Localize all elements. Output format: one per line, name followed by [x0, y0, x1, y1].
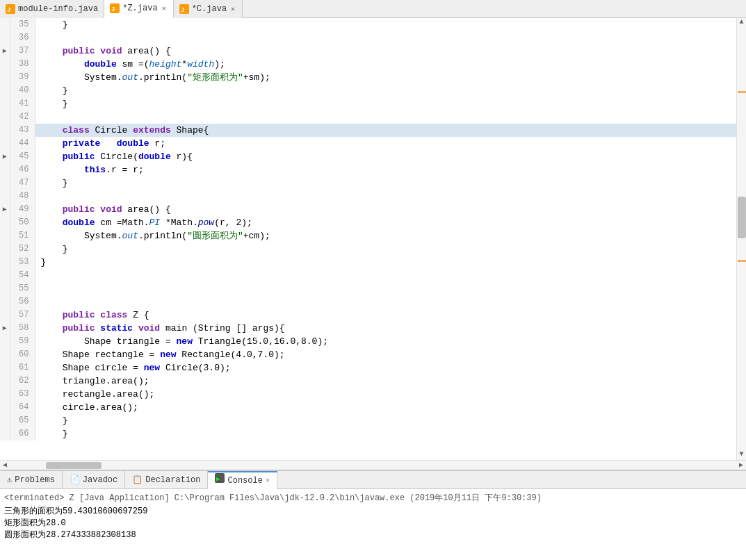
- console-content: <terminated> Z [Java Application] C:\Pro…: [0, 489, 746, 560]
- table-row: 61 Shape circle = new Circle(3.0);: [0, 361, 736, 374]
- line-code[interactable]: triangle.area();: [35, 374, 736, 388]
- line-code[interactable]: [35, 282, 736, 295]
- javadoc-icon: 📄: [70, 471, 80, 489]
- line-gutter: [0, 137, 10, 150]
- line-code[interactable]: [35, 110, 736, 124]
- line-code[interactable]: double cm =Math.PI *Math.pow(r, 2);: [35, 216, 736, 229]
- h-scroll-thumb[interactable]: [46, 462, 102, 469]
- line-number: 41: [10, 97, 35, 110]
- tab-module-info[interactable]: J module-info.java: [0, 0, 104, 18]
- code-container[interactable]: 35 }36▶37 public void area() {38 double …: [0, 18, 736, 460]
- table-row: 60 Shape rectangle = new Rectangle(4.0,7…: [0, 348, 736, 361]
- table-row: 66 }: [0, 427, 736, 440]
- line-gutter: ▶: [0, 44, 10, 58]
- line-code[interactable]: [35, 269, 736, 282]
- line-code[interactable]: [35, 295, 736, 308]
- bottom-tab-javadoc[interactable]: 📄 Javadoc: [63, 471, 125, 489]
- scroll-thumb[interactable]: [738, 197, 746, 238]
- line-gutter: [0, 308, 10, 322]
- line-gutter: [0, 295, 10, 308]
- line-gutter: [0, 18, 10, 31]
- table-row: 35 }: [0, 18, 736, 31]
- output-line-2: 矩形面积为28.0: [4, 517, 742, 529]
- line-code[interactable]: double sm =(height*width);: [35, 58, 736, 71]
- line-code[interactable]: }: [35, 84, 736, 97]
- editor-area: 35 }36▶37 public void area() {38 double …: [0, 18, 746, 460]
- line-gutter: [0, 242, 10, 256]
- line-code[interactable]: }: [35, 97, 736, 110]
- line-code[interactable]: public void area() {: [35, 203, 736, 216]
- java-file-icon-2: J: [110, 3, 120, 13]
- bottom-tab-console[interactable]: ▶ Console ✕: [208, 471, 277, 489]
- scroll-track[interactable]: [737, 28, 747, 450]
- line-code[interactable]: System.out.println("矩形面积为"+sm);: [35, 71, 736, 84]
- line-number: 49: [10, 203, 35, 216]
- line-gutter: [0, 269, 10, 282]
- line-code[interactable]: }: [35, 256, 736, 269]
- line-code[interactable]: private double r;: [35, 137, 736, 150]
- line-code[interactable]: rectangle.area();: [35, 388, 736, 401]
- line-gutter: [0, 97, 10, 110]
- scroll-marker-1: [738, 91, 746, 93]
- breakpoint-arrow: ▶: [3, 206, 7, 213]
- line-number: 37: [10, 44, 35, 58]
- console-tab-close-icon[interactable]: ✕: [266, 472, 270, 490]
- line-code[interactable]: }: [35, 18, 736, 31]
- line-code[interactable]: [35, 31, 736, 44]
- line-number: 46: [10, 163, 35, 176]
- line-code[interactable]: Shape rectangle = new Rectangle(4.0,7.0)…: [35, 348, 736, 361]
- line-gutter: [0, 58, 10, 71]
- bottom-tab-problems[interactable]: ⚠ Problems: [0, 471, 63, 489]
- line-code[interactable]: public class Z {: [35, 308, 736, 322]
- line-gutter: [0, 31, 10, 44]
- line-code[interactable]: }: [35, 242, 736, 256]
- h-scroll-track[interactable]: [10, 461, 736, 470]
- line-number: 35: [10, 18, 35, 31]
- horizontal-scrollbar[interactable]: ◀ ▶: [0, 460, 746, 470]
- table-row: 63 rectangle.area();: [0, 388, 736, 401]
- line-code[interactable]: Shape triangle = new Triangle(15.0,16.0,…: [35, 335, 736, 348]
- table-row: 59 Shape triangle = new Triangle(15.0,16…: [0, 335, 736, 348]
- line-code[interactable]: circle.area();: [35, 401, 736, 414]
- line-number: 38: [10, 58, 35, 71]
- line-code[interactable]: this.r = r;: [35, 163, 736, 176]
- terminated-line: <terminated> Z [Java Application] C:\Pro…: [4, 492, 742, 504]
- table-row: ▶58 public static void main (String [] a…: [0, 322, 736, 335]
- line-gutter: [0, 216, 10, 229]
- tab-Z-java[interactable]: J *Z.java ✕: [104, 0, 173, 18]
- scroll-down-arrow[interactable]: ▼: [737, 450, 747, 460]
- line-gutter: [0, 84, 10, 97]
- console-icon: ▶: [215, 472, 225, 490]
- line-code[interactable]: public static void main (String [] args)…: [35, 322, 736, 335]
- table-row: 50 double cm =Math.PI *Math.pow(r, 2);: [0, 216, 736, 229]
- scroll-left-arrow[interactable]: ◀: [0, 461, 10, 470]
- line-gutter: [0, 176, 10, 190]
- breakpoint-arrow: ▶: [3, 153, 7, 160]
- right-scrollbar[interactable]: ▲ ▼: [736, 18, 746, 460]
- line-number: 62: [10, 374, 35, 388]
- tab-bar: J module-info.java J *Z.java ✕ J *C.java…: [0, 0, 746, 18]
- line-code[interactable]: System.out.println("圆形面积为"+cm);: [35, 229, 736, 242]
- line-number: 52: [10, 242, 35, 256]
- line-number: 44: [10, 137, 35, 150]
- line-code[interactable]: }: [35, 427, 736, 440]
- table-row: 56: [0, 295, 736, 308]
- table-row: 65 }: [0, 414, 736, 427]
- line-gutter: [0, 229, 10, 242]
- line-code[interactable]: class Circle extends Shape{: [35, 124, 736, 137]
- line-code[interactable]: [35, 190, 736, 203]
- tab-C-close-icon[interactable]: ✕: [229, 4, 236, 14]
- line-code[interactable]: }: [35, 176, 736, 190]
- line-code[interactable]: }: [35, 414, 736, 427]
- tab-Z-close-icon[interactable]: ✕: [161, 3, 168, 13]
- code-table: 35 }36▶37 public void area() {38 double …: [0, 18, 736, 440]
- table-row: 52 }: [0, 242, 736, 256]
- line-code[interactable]: Shape circle = new Circle(3.0);: [35, 361, 736, 374]
- line-gutter: ▶: [0, 322, 10, 335]
- tab-C-java[interactable]: J *C.java ✕: [174, 0, 243, 18]
- bottom-tab-declaration[interactable]: 📋 Declaration: [125, 471, 208, 489]
- scroll-up-arrow[interactable]: ▲: [737, 18, 747, 28]
- line-code[interactable]: public void area() {: [35, 44, 736, 58]
- scroll-right-arrow[interactable]: ▶: [736, 461, 746, 470]
- line-code[interactable]: public Circle(double r){: [35, 150, 736, 163]
